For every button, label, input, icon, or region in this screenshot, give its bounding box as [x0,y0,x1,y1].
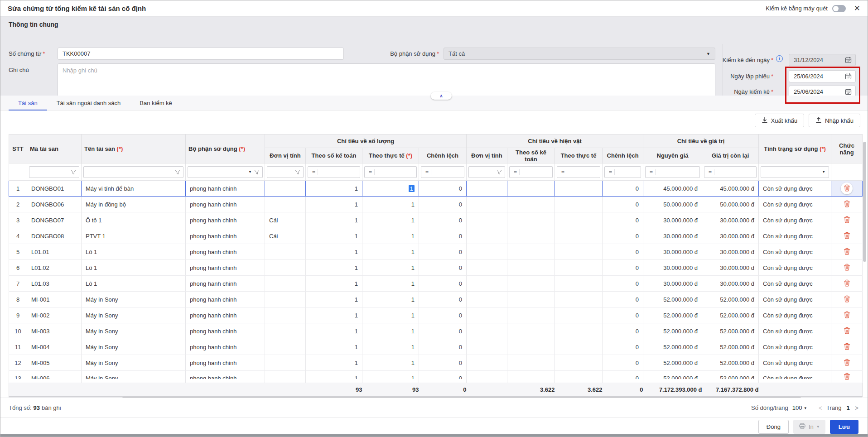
cell-tinh-trang-su-dung[interactable]: Còn sử dụng được [759,307,831,323]
cell-ten-tai-san[interactable]: Máy in Sony [82,339,186,355]
filter-dvt-hv[interactable] [468,166,505,178]
filter-gtcl[interactable]: = [704,166,757,178]
cell-chenh-lech-hv[interactable]: 0 [603,212,643,228]
cell-theo-thuc-te-sl[interactable]: 1 [362,276,419,292]
cell-tinh-trang-su-dung[interactable]: Còn sử dụng được [759,260,831,276]
cell-theo-so-ke-toan-hv[interactable] [507,260,555,276]
cell-gia-tri-con-lai[interactable]: 52.000.000 đ [702,371,759,383]
cell-chuc-nang[interactable] [831,260,863,276]
cell-nguyen-gia[interactable]: 52.000.000 đ [643,339,702,355]
cell-bo-phan-su-dung[interactable]: phong hanh chinh [186,355,265,371]
table-row[interactable]: 12 MI-005 Máy in Sony phong hanh chinh 1… [9,355,863,371]
cell-bo-phan-su-dung[interactable]: phong hanh chinh [186,323,265,339]
cell-theo-so-ke-toan-hv[interactable] [507,197,555,212]
filter-tinh-trang-input[interactable] [763,167,820,177]
cell-don-vi-tinh-hv[interactable] [467,292,507,307]
cell-theo-thuc-te-sl[interactable]: 1 [362,355,419,371]
filter-ma-tai-san[interactable] [29,166,79,178]
delete-row-button[interactable] [841,246,853,258]
cell-bo-phan-su-dung[interactable]: phong hanh chinh [186,244,265,260]
table-row[interactable]: 10 MI-003 Máy in Sony phong hanh chinh 1… [9,323,863,339]
cell-ma-tai-san[interactable]: DONGBO06 [27,197,82,212]
cell-tinh-trang-su-dung[interactable]: Còn sử dụng được [759,323,831,339]
cell-tinh-trang-su-dung[interactable]: Còn sử dụng được [759,292,831,307]
collapse-form-button[interactable]: ∧ [431,92,452,100]
delete-row-button[interactable] [841,278,853,289]
cell-chenh-lech-hv[interactable]: 0 [603,197,643,212]
document-number-input[interactable] [58,48,344,60]
cell-theo-thuc-te-hv[interactable] [555,244,603,260]
cell-gia-tri-con-lai[interactable]: 52.000.000 đ [702,339,759,355]
cell-ten-tai-san[interactable]: Ô tô 1 [82,212,186,228]
cell-theo-so-ke-toan-sl[interactable]: 1 [306,197,362,212]
tab-tai-san[interactable]: Tài sản [9,96,47,110]
close-icon[interactable]: ✕ [854,5,860,12]
cell-theo-thuc-te-sl[interactable]: 1 [362,339,419,355]
table-row[interactable]: 3 DONGBO07 Ô tô 1 phong hanh chinh Cái 1… [9,212,863,228]
delete-row-button[interactable] [841,325,853,337]
cell-don-vi-tinh-sl[interactable] [265,260,306,276]
cell-chenh-lech-hv[interactable]: 0 [603,292,643,307]
cell-chenh-lech-sl[interactable]: 0 [419,292,467,307]
filter-ttt-sl[interactable]: = [364,166,417,178]
cell-chenh-lech-hv[interactable]: 0 [603,228,643,244]
table-row[interactable]: 6 L01.02 Lô 1 phong hanh chinh 1 1 0 0 3… [9,260,863,276]
cell-theo-so-ke-toan-hv[interactable] [507,371,555,383]
filter-nguyen-gia[interactable]: = [645,166,700,178]
cell-theo-so-ke-toan-hv[interactable] [507,244,555,260]
table-row[interactable]: 1 DONGBO01 Máy vi tính để bàn phong hanh… [9,181,863,197]
cell-chenh-lech-sl[interactable]: 0 [419,181,467,197]
cell-chenh-lech-sl[interactable]: 0 [419,276,467,292]
cell-nguyen-gia[interactable]: 30.000.000 đ [643,228,702,244]
cell-don-vi-tinh-hv[interactable] [467,181,507,197]
cell-don-vi-tinh-sl[interactable]: Cái [265,212,306,228]
cell-don-vi-tinh-sl[interactable] [265,339,306,355]
cell-chuc-nang[interactable] [831,339,863,355]
cell-don-vi-tinh-sl[interactable] [265,307,306,323]
cell-nguyen-gia[interactable]: 45.000.000 đ [643,181,702,197]
cell-don-vi-tinh-sl[interactable] [265,276,306,292]
cell-theo-so-ke-toan-sl[interactable]: 1 [306,244,362,260]
cell-chuc-nang[interactable] [831,276,863,292]
cell-don-vi-tinh-hv[interactable] [467,276,507,292]
cell-theo-thuc-te-hv[interactable] [555,355,603,371]
filter-dvt-hv-input[interactable] [471,167,496,177]
cell-chenh-lech-hv[interactable]: 0 [603,260,643,276]
cell-ma-tai-san[interactable]: L01.01 [27,244,82,260]
cell-chenh-lech-hv[interactable]: 0 [603,181,643,197]
prev-page-button[interactable]: < [819,404,822,412]
cell-nguyen-gia[interactable]: 50.000.000 đ [643,197,702,212]
cell-theo-so-ke-toan-sl[interactable]: 1 [306,212,362,228]
cell-chuc-nang[interactable] [831,307,863,323]
cell-theo-thuc-te-sl[interactable]: 1 [362,323,419,339]
cell-theo-thuc-te-hv[interactable] [555,323,603,339]
cell-ten-tai-san[interactable]: Máy in Sony [82,307,186,323]
cell-chenh-lech-sl[interactable]: 0 [419,323,467,339]
cell-don-vi-tinh-hv[interactable] [467,371,507,383]
cell-theo-thuc-te-hv[interactable] [555,181,603,197]
cell-theo-thuc-te-sl[interactable]: 1 [362,244,419,260]
table-row[interactable]: 11 MI-004 Máy in Sony phong hanh chinh 1… [9,339,863,355]
cell-ten-tai-san[interactable]: Máy in Sony [82,371,186,383]
delete-row-button[interactable] [841,357,853,369]
cell-gia-tri-con-lai[interactable]: 50.000.000 đ [702,197,759,212]
cell-chenh-lech-sl[interactable]: 0 [419,307,467,323]
cell-nguyen-gia[interactable]: 30.000.000 đ [643,212,702,228]
cell-ma-tai-san[interactable]: DONGBO07 [27,212,82,228]
cell-nguyen-gia[interactable]: 52.000.000 đ [643,355,702,371]
cell-chenh-lech-hv[interactable]: 0 [603,244,643,260]
cell-ten-tai-san[interactable]: Máy in Sony [82,355,186,371]
cell-chenh-lech-hv[interactable]: 0 [603,276,643,292]
cell-ma-tai-san[interactable]: L01.02 [27,260,82,276]
cell-theo-so-ke-toan-hv[interactable] [507,355,555,371]
cell-bo-phan-su-dung[interactable]: phong hanh chinh [186,181,265,197]
cell-bo-phan-su-dung[interactable]: phong hanh chinh [186,197,265,212]
cell-ma-tai-san[interactable]: MI-005 [27,355,82,371]
export-button[interactable]: Xuất khẩu [755,114,805,127]
next-page-button[interactable]: > [855,404,858,412]
cell-chenh-lech-sl[interactable]: 0 [419,228,467,244]
cell-nguyen-gia[interactable]: 30.000.000 đ [643,244,702,260]
filter-icon[interactable] [294,169,301,175]
print-button[interactable]: In ▼ [793,420,825,434]
cell-don-vi-tinh-hv[interactable] [467,339,507,355]
